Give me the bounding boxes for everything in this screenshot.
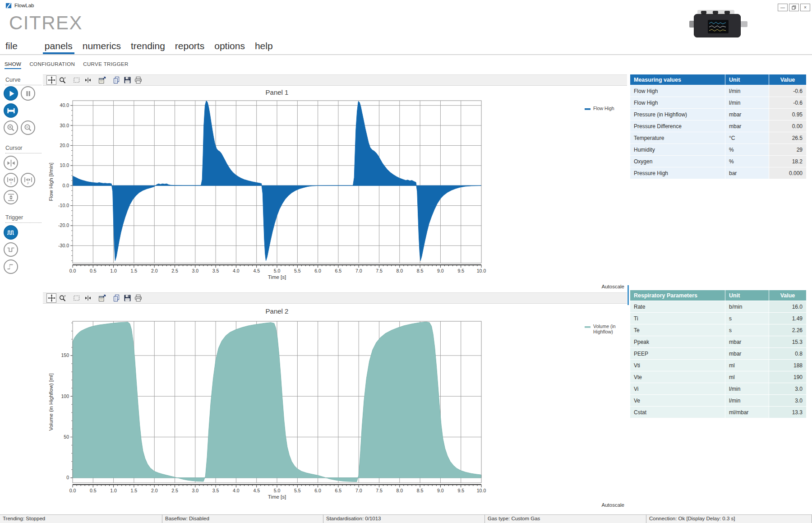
tab-show[interactable]: SHOW [5, 61, 21, 69]
trigger-continuous-button[interactable] [4, 225, 18, 240]
tab-curve-trigger[interactable]: CURVE TRIGGER [83, 61, 129, 69]
menu-item-file[interactable]: file [4, 41, 19, 54]
print-tool-button[interactable] [133, 293, 143, 303]
svg-text:8.0: 8.0 [396, 268, 403, 273]
menu-item-panels[interactable]: panels [43, 41, 74, 54]
select-rect-tool-button[interactable] [72, 293, 82, 303]
table-row: Rateb/min16.0 [630, 301, 806, 313]
cursor-track-button[interactable] [4, 156, 18, 170]
value-cell: 29 [769, 144, 806, 156]
save-tool-button[interactable] [122, 75, 132, 85]
table-header-cell: Measuring values [630, 74, 725, 85]
zoom-window-tool-button[interactable] [57, 293, 67, 303]
save-tool-button[interactable] [122, 293, 132, 303]
svg-text:Panel 1: Panel 1 [266, 88, 289, 96]
menu-item-numerics[interactable]: numerics [81, 41, 123, 54]
value-cell: 2.26 [769, 324, 806, 336]
app-window: FlowLab — × CITREX [0, 0, 812, 523]
unit-cell: % [725, 144, 769, 156]
fit-width-button[interactable] [4, 103, 18, 118]
cursor-tool-button[interactable] [83, 293, 92, 303]
param-name-cell: Humidity [630, 144, 725, 156]
save-tool-icon [124, 76, 131, 84]
zoom-window-tool-button[interactable] [57, 75, 67, 85]
table-header-cell: Value [769, 74, 806, 85]
svg-text:50: 50 [64, 434, 69, 440]
param-name-cell: Vti [630, 360, 725, 371]
panel2-chart[interactable]: 0501001500.00.51.01.52.02.53.03.54.04.55… [43, 304, 627, 502]
svg-text:9.0: 9.0 [437, 268, 444, 273]
unit-cell: l/min [725, 383, 769, 395]
copy-tool-button[interactable] [111, 75, 121, 85]
svg-text:20.0: 20.0 [60, 143, 69, 148]
param-name-cell: Flow High [630, 85, 725, 97]
zoom-out-button[interactable] [21, 120, 35, 135]
svg-text:Time [s]: Time [s] [268, 494, 286, 500]
panel1-chart[interactable]: 40.030.020.010.00.0-10.0-20.0-30.00.00.5… [43, 86, 627, 284]
status-segment: Trending: Stopped [0, 515, 162, 523]
chart-toolbar-panel2 [43, 292, 627, 304]
svg-text:0.5: 0.5 [90, 268, 97, 273]
unit-cell: ml/mbar [725, 407, 769, 418]
cursor-tool-icon [84, 76, 92, 84]
svg-text:3.5: 3.5 [212, 488, 219, 493]
svg-text:Panel 2: Panel 2 [266, 307, 289, 315]
play-button[interactable] [4, 86, 18, 101]
param-name-cell: Te [630, 324, 725, 336]
menu-item-options[interactable]: options [212, 41, 247, 54]
copy-tool-button[interactable] [111, 293, 121, 303]
menu-item-trending[interactable]: trending [129, 41, 167, 54]
table-row: Oxygen%18.2 [630, 156, 806, 167]
unit-cell: ml [725, 371, 769, 383]
cursor-vrange-button[interactable] [4, 190, 18, 204]
svg-text:10.0: 10.0 [60, 162, 69, 168]
unit-cell: bar [725, 167, 769, 179]
move-tool-button[interactable] [46, 293, 56, 303]
cursor-tool-button[interactable] [83, 75, 92, 85]
autoscale-button-panel1[interactable]: Autoscale [595, 284, 624, 289]
param-name-cell: Temperature [630, 132, 725, 144]
table-row: Cstatml/mbar13.3 [630, 407, 806, 418]
value-cell: 3.0 [769, 383, 806, 395]
zoom-in-icon [5, 122, 17, 134]
restore-button[interactable] [789, 4, 799, 11]
svg-text:Time [s]: Time [s] [268, 274, 286, 280]
table-row: Humidity%29 [630, 144, 806, 156]
menu-item-reports[interactable]: reports [173, 41, 206, 54]
status-bar: Trending: StoppedBaseflow: DisabledStand… [0, 514, 812, 523]
menu-item-help[interactable]: help [253, 41, 275, 54]
value-cell: 0.00 [769, 120, 806, 132]
svg-text:7.5: 7.5 [376, 488, 383, 493]
print-tool-button[interactable] [133, 75, 143, 85]
play-icon [5, 88, 17, 99]
cursor-pair-freq-button[interactable]: F [21, 173, 35, 187]
svg-text:0: 0 [66, 475, 69, 480]
svg-text:5.5: 5.5 [294, 488, 301, 493]
zoom-in-button[interactable] [4, 120, 18, 135]
move-tool-button[interactable] [46, 75, 56, 85]
pause-button[interactable] [21, 86, 35, 101]
svg-text:7.5: 7.5 [376, 268, 383, 273]
select-rect-tool-icon [73, 76, 81, 84]
table-row: Vil/min3.0 [630, 383, 806, 395]
autoscale-button-panel2[interactable]: Autoscale [595, 502, 624, 508]
svg-text:0.0: 0.0 [62, 183, 69, 188]
tab-configuration[interactable]: CONFIGURATION [29, 61, 75, 69]
properties-tool-button[interactable] [97, 75, 107, 85]
close-button[interactable]: × [800, 4, 810, 11]
svg-text:-30.0: -30.0 [58, 243, 69, 248]
table-row: Flow Highl/min-0.6 [630, 97, 806, 109]
pause-icon [23, 88, 34, 99]
trigger-single-button[interactable] [4, 242, 18, 257]
select-rect-tool-button[interactable] [72, 75, 82, 85]
table-divider-accent [627, 285, 629, 305]
minimize-button[interactable]: — [778, 4, 788, 11]
param-name-cell: Cstat [630, 407, 725, 418]
svg-text:4.0: 4.0 [233, 268, 240, 273]
trigger-level-button[interactable] [4, 259, 18, 274]
cursor-tool-icon [84, 294, 92, 302]
properties-tool-button[interactable] [97, 293, 107, 303]
svg-text:9.5: 9.5 [457, 268, 464, 273]
cursor-pair-time-button[interactable]: T [4, 173, 18, 187]
device-right-port [740, 21, 747, 27]
